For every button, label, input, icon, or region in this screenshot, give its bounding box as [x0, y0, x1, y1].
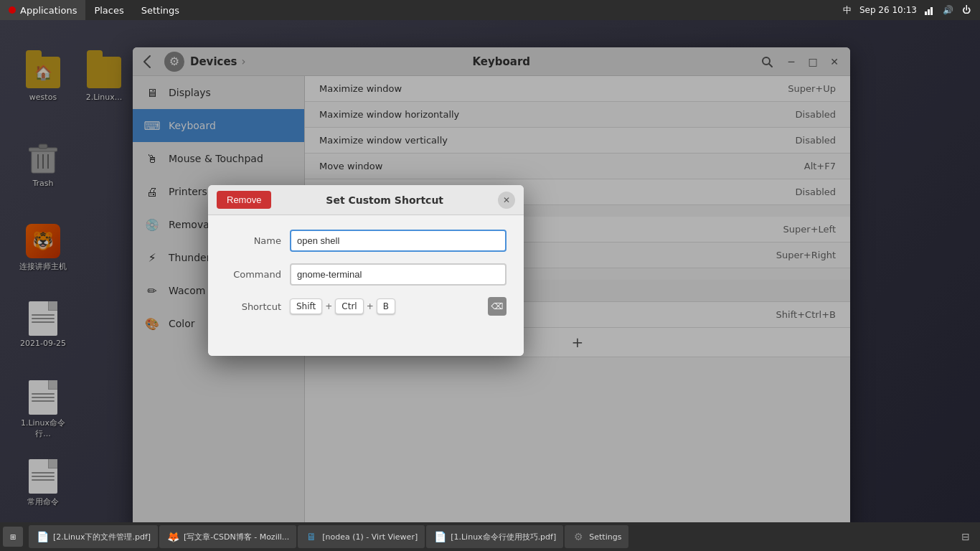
- taskbar-end: ⊟: [951, 527, 980, 547]
- taskbar-item-virt[interactable]: 🖥 [nodea (1) - Virt Viewer]: [298, 525, 425, 548]
- dialog-header: Remove Set Custom Shortcut ✕: [208, 185, 524, 215]
- places-label: Places: [94, 5, 123, 16]
- key-plus-1: +: [325, 301, 332, 311]
- key-delete-button[interactable]: ⌫: [488, 297, 507, 316]
- remove-button[interactable]: Remove: [217, 191, 271, 209]
- shortcut-keys-display: Shift + Ctrl + B ⌫: [290, 297, 507, 316]
- custom-shortcut-dialog: Remove Set Custom Shortcut ✕ Name Comman…: [208, 185, 524, 356]
- app-dot: [9, 6, 16, 14]
- dialog-title: Set Custom Shortcut: [271, 194, 498, 206]
- places-menu[interactable]: Places: [85, 0, 132, 20]
- network-icon[interactable]: [923, 4, 936, 17]
- key-ctrl: Ctrl: [335, 298, 363, 314]
- svg-rect-2: [930, 7, 933, 15]
- shortcut-field: Shortcut Shift + Ctrl + B ⌫: [225, 297, 507, 316]
- pdf1-icon: 📄: [36, 530, 49, 543]
- settings-menu[interactable]: Settings: [133, 0, 188, 20]
- taskbar-item-pdf1[interactable]: 📄 [2.Linux下的文件管理.pdf]: [29, 525, 158, 548]
- dialog-body: Name Command Shortcut Shift + Ctrl + B: [208, 215, 524, 342]
- dialog-overlay: Remove Set Custom Shortcut ✕ Name Comman…: [0, 20, 980, 522]
- command-label: Command: [225, 269, 290, 280]
- key-b: B: [377, 298, 395, 314]
- firefox-label: [写文章-CSDN博客 - Mozill...: [184, 532, 289, 542]
- dialog-footer: [208, 342, 524, 356]
- name-input[interactable]: [290, 230, 507, 252]
- settings-taskbar-icon: ⚙: [572, 530, 585, 543]
- desktop: 🏠 westos 2.Linux... Trash 🐯 连: [0, 20, 980, 522]
- key-plus-2: +: [367, 301, 374, 311]
- svg-rect-0: [925, 11, 927, 15]
- taskbar-items: 📄 [2.Linux下的文件管理.pdf] 🦊 [写文章-CSDN博客 - Mo…: [26, 525, 951, 548]
- show-desktop-button[interactable]: ⊟: [956, 527, 976, 547]
- key-shift: Shift: [290, 298, 322, 314]
- firefox-icon: 🦊: [166, 530, 179, 543]
- pdf2-label: [1.Linux命令行使用技巧.pdf]: [451, 532, 556, 542]
- command-field: Command: [225, 263, 507, 286]
- datetime-label: Sep 26 10:13: [859, 5, 917, 15]
- power-icon[interactable]: ⏻: [960, 4, 973, 17]
- virt-label: [nodea (1) - Virt Viewer]: [322, 532, 418, 542]
- settings-taskbar-label: Settings: [589, 532, 621, 542]
- applications-menu[interactable]: Applications: [0, 0, 85, 20]
- topbar-right: 中 Sep 26 10:13 🔊 ⏻: [841, 4, 980, 17]
- taskbar-item-pdf2[interactable]: 📄 [1.Linux命令行使用技巧.pdf]: [426, 525, 563, 548]
- shortcut-label: Shortcut: [225, 301, 290, 312]
- command-input[interactable]: [290, 263, 507, 286]
- svg-rect-1: [928, 9, 930, 15]
- taskbar-item-settings[interactable]: ⚙ Settings: [565, 525, 628, 548]
- taskbar-item-firefox[interactable]: 🦊 [写文章-CSDN博客 - Mozill...: [159, 525, 296, 548]
- name-label: Name: [225, 235, 290, 246]
- name-field: Name: [225, 230, 507, 252]
- workspace-switcher[interactable]: ⊞: [3, 527, 23, 547]
- taskbar: ⊞ 📄 [2.Linux下的文件管理.pdf] 🦊 [写文章-CSDN博客 - …: [0, 522, 980, 551]
- virt-icon: 🖥: [305, 530, 318, 543]
- dialog-close-button[interactable]: ✕: [498, 192, 515, 209]
- pdf1-label: [2.Linux下的文件管理.pdf]: [53, 532, 151, 542]
- applications-label: Applications: [20, 5, 77, 16]
- topbar-left: Applications Places Settings: [0, 0, 188, 20]
- pdf2-icon: 📄: [433, 530, 446, 543]
- volume-icon[interactable]: 🔊: [941, 4, 954, 17]
- input-method-icon[interactable]: 中: [841, 4, 854, 17]
- topbar-settings-label: Settings: [141, 5, 179, 16]
- topbar: Applications Places Settings 中 Sep 26 10…: [0, 0, 980, 20]
